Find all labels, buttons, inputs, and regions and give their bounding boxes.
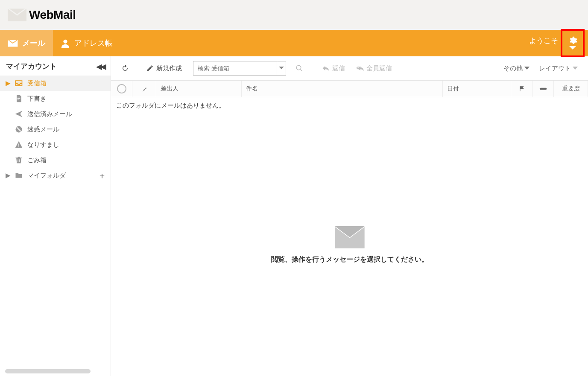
search-input[interactable] [193,65,277,72]
column-header-row: 差出人 件名 日付 重要度 [111,80,588,97]
tab-addressbook-label: アドレス帳 [74,38,113,48]
folder-icon [15,171,23,180]
search-button[interactable] [291,62,307,75]
sent-icon [15,110,23,118]
preview-pane: 閲覧、操作を行うメッセージを選択してください。 [111,114,588,376]
folder-spoof[interactable]: なりすまし [0,137,111,152]
column-subject[interactable]: 件名 [242,81,443,97]
compose-button[interactable]: 新規作成 [142,62,186,75]
settings-menu[interactable] [561,29,585,57]
folder-spam-label: 迷惑メール [27,125,59,134]
svg-point-1 [63,40,67,44]
svg-rect-2 [16,81,22,86]
empty-folder-message: このフォルダにメールはありません。 [111,97,588,114]
layout-menu[interactable]: レイアウト [539,64,578,73]
pin-icon [141,86,147,92]
column-priority[interactable]: 重要度 [554,81,588,97]
reply-label: 返信 [332,64,345,73]
mail-logo-icon [8,8,26,22]
svg-line-13 [300,69,302,71]
column-flag[interactable] [511,81,532,97]
chevron-down-icon [279,67,284,70]
search-icon [295,64,303,72]
select-all-checkbox[interactable] [117,84,126,93]
svg-rect-11 [19,159,20,162]
caret-down-icon [524,67,529,70]
svg-rect-14 [539,88,547,90]
tab-mail[interactable]: メール [0,30,53,56]
folder-trash-label: ごみ箱 [27,156,47,164]
refresh-icon [121,64,129,72]
preview-placeholder-text: 閲覧、操作を行うメッセージを選択してください。 [271,255,428,264]
column-pin[interactable] [132,81,156,97]
search-box[interactable] [193,61,286,76]
svg-rect-4 [18,98,20,99]
svg-rect-9 [18,146,19,147]
column-date[interactable]: 日付 [443,81,511,97]
person-icon [61,38,70,48]
inbox-icon [15,79,23,87]
reply-all-icon [356,64,364,72]
tab-addressbook[interactable]: アドレス帳 [53,30,120,56]
svg-point-12 [296,65,301,70]
flag-icon [519,85,525,92]
sidebar-scrollbar[interactable] [5,369,91,373]
spam-icon [15,125,23,134]
tab-mail-label: メール [22,38,45,48]
trash-icon [15,156,23,164]
reply-all-label: 全員返信 [366,64,392,73]
column-attachment[interactable] [532,81,554,97]
other-label: その他 [503,64,523,73]
folder-myfolder-label: マイフォルダ [27,172,66,180]
folder-myfolder[interactable]: ▶ マイフォルダ ＋ [0,168,111,183]
warning-icon [15,140,23,149]
collapse-sidebar-button[interactable]: ◀◀ [96,62,105,71]
other-menu[interactable]: その他 [503,64,529,73]
sidebar: マイアカウント ◀◀ ▶ 受信箱 下書き 送信済みメール 迷惑メール [0,56,111,376]
folder-inbox[interactable]: ▶ 受信箱 [0,76,111,91]
expand-icon: ▶ [6,79,10,87]
folder-sent-label: 送信済みメール [27,110,72,118]
reply-button: 返信 [318,62,349,75]
app-title: WebMail [29,8,76,22]
refresh-button[interactable] [117,62,133,75]
toolbar: 新規作成 返信 全員返信 その他 [111,56,588,80]
svg-rect-5 [18,100,19,100]
add-folder-button[interactable]: ＋ [98,171,106,180]
reply-icon [322,64,330,72]
folder-drafts[interactable]: 下書き [0,91,111,106]
reply-all-button: 全員返信 [352,62,396,75]
expand-icon: ▶ [6,172,10,179]
document-icon [15,94,23,103]
column-from[interactable]: 差出人 [156,81,242,97]
compose-label: 新規作成 [156,64,182,73]
gear-icon [568,36,577,45]
folder-sent[interactable]: 送信済みメール [0,106,111,122]
nav-bar: メール アドレス帳 ようこそ [0,30,588,56]
folder-drafts-label: 下書き [27,95,47,103]
search-dropdown-button[interactable] [277,61,286,75]
sidebar-title: マイアカウント [6,61,96,71]
layout-label: レイアウト [539,64,571,73]
folder-spoof-label: なりすまし [27,141,59,149]
column-select-all[interactable] [111,81,132,97]
mail-icon [8,39,18,47]
logo-bar: WebMail [0,0,588,30]
svg-rect-3 [18,97,20,97]
compose-icon [146,64,154,72]
attachment-icon [539,86,547,91]
content-area: 新規作成 返信 全員返信 その他 [111,56,588,376]
folder-inbox-label: 受信箱 [27,79,47,87]
chevron-down-icon [569,46,576,50]
folder-trash[interactable]: ごみ箱 [0,152,111,168]
svg-rect-8 [18,144,19,146]
caret-down-icon [573,67,578,70]
envelope-icon [334,226,365,248]
svg-rect-10 [18,159,18,162]
folder-spam[interactable]: 迷惑メール [0,122,111,137]
